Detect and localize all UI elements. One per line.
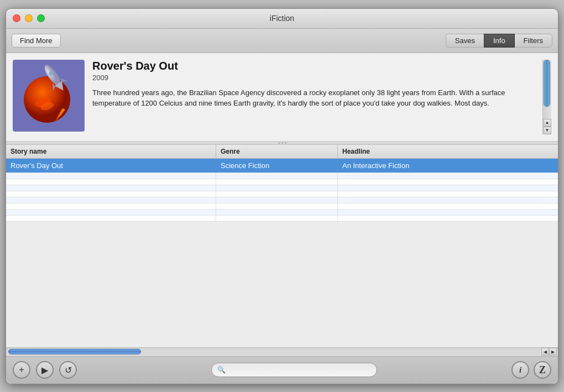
refresh-icon: ↺ bbox=[65, 365, 72, 375]
column-header-headline: Headline bbox=[338, 145, 558, 158]
maximize-button[interactable] bbox=[37, 14, 45, 22]
close-button[interactable] bbox=[13, 14, 20, 22]
resize-dots bbox=[276, 142, 288, 144]
bottom-left: + ▶ ↺ bbox=[13, 361, 77, 379]
titlebar: iFiction bbox=[6, 9, 558, 29]
scroll-up-arrow[interactable]: ▲ bbox=[544, 119, 551, 127]
resize-dot bbox=[281, 142, 283, 144]
info-icon: i bbox=[519, 365, 521, 375]
bottom-bar: + ▶ ↺ 🔍 i Z bbox=[6, 356, 558, 384]
table-row[interactable] bbox=[6, 210, 558, 216]
book-description: Three hundred years ago, the Brazilian S… bbox=[92, 87, 535, 109]
table-row[interactable] bbox=[6, 173, 558, 179]
column-header-story-name: Story name bbox=[6, 145, 216, 158]
search-bar: 🔍 bbox=[211, 363, 377, 377]
table-row[interactable] bbox=[6, 191, 558, 197]
info-button[interactable]: i bbox=[511, 361, 529, 379]
resize-dot bbox=[278, 142, 280, 144]
play-button[interactable]: ▶ bbox=[36, 361, 54, 379]
table-container: Story name Genre Headline Rover's Day Ou… bbox=[6, 145, 558, 356]
toolbar-right: Saves Info Filters bbox=[446, 34, 552, 48]
traffic-lights bbox=[13, 14, 45, 22]
table-row[interactable] bbox=[6, 185, 558, 191]
cell-story-name: Rover's Day Out bbox=[6, 159, 216, 173]
main-window: iFiction Find More Saves Info Filters bbox=[6, 8, 558, 384]
cell-genre: Science Fiction bbox=[216, 159, 338, 173]
column-header-genre: Genre bbox=[216, 145, 338, 158]
table-row[interactable] bbox=[6, 179, 558, 185]
scrollbar-thumb[interactable] bbox=[544, 60, 550, 107]
book-year: 2009 bbox=[92, 74, 535, 82]
scrollbar-track[interactable] bbox=[543, 60, 551, 119]
scroll-left-arrow[interactable]: ◀ bbox=[541, 348, 549, 356]
filters-tab[interactable]: Filters bbox=[515, 34, 552, 48]
toolbar-left: Find More bbox=[12, 34, 446, 48]
plus-icon: + bbox=[19, 365, 24, 375]
search-container: 🔍 bbox=[77, 363, 511, 377]
table-header: Story name Genre Headline bbox=[6, 145, 558, 159]
info-tab[interactable]: Info bbox=[484, 34, 515, 48]
cell-headline: An Interactive Fiction bbox=[338, 159, 558, 173]
h-scrollbar-thumb[interactable] bbox=[8, 349, 141, 354]
info-panel: Rover's Day Out 2009 Three hundred years… bbox=[6, 53, 558, 142]
refresh-button[interactable]: ↺ bbox=[59, 361, 77, 379]
table-row[interactable] bbox=[6, 216, 558, 222]
z-icon: Z bbox=[539, 364, 546, 376]
resize-dot bbox=[285, 142, 286, 144]
info-panel-content: Rover's Day Out 2009 Three hundred years… bbox=[13, 60, 535, 134]
add-button[interactable]: + bbox=[13, 361, 30, 379]
table-row[interactable]: Rover's Day Out Science Fiction An Inter… bbox=[6, 159, 558, 173]
minimize-button[interactable] bbox=[25, 14, 33, 22]
table-row[interactable] bbox=[6, 203, 558, 210]
h-scrollbar-track[interactable] bbox=[7, 348, 541, 355]
table-row[interactable] bbox=[6, 197, 558, 203]
book-details: Rover's Day Out 2009 Three hundred years… bbox=[92, 60, 535, 134]
scroll-right-arrow[interactable]: ▶ bbox=[549, 348, 557, 356]
vertical-scrollbar[interactable]: ▲ ▼ bbox=[542, 60, 551, 134]
play-icon: ▶ bbox=[41, 365, 48, 375]
horizontal-scrollbar[interactable]: ◀ ▶ bbox=[6, 347, 558, 356]
window-title: iFiction bbox=[270, 14, 294, 23]
saves-tab[interactable]: Saves bbox=[446, 34, 484, 48]
find-more-button[interactable]: Find More bbox=[12, 34, 61, 48]
book-title: Rover's Day Out bbox=[92, 60, 535, 72]
z-button[interactable]: Z bbox=[534, 361, 551, 379]
table-body: Rover's Day Out Science Fiction An Inter… bbox=[6, 159, 558, 347]
bottom-right: i Z bbox=[511, 361, 551, 379]
book-cover bbox=[13, 60, 85, 132]
search-input[interactable] bbox=[229, 366, 371, 374]
search-icon: 🔍 bbox=[217, 366, 226, 374]
toolbar: Find More Saves Info Filters bbox=[6, 29, 558, 53]
scroll-down-arrow[interactable]: ▼ bbox=[544, 127, 551, 134]
